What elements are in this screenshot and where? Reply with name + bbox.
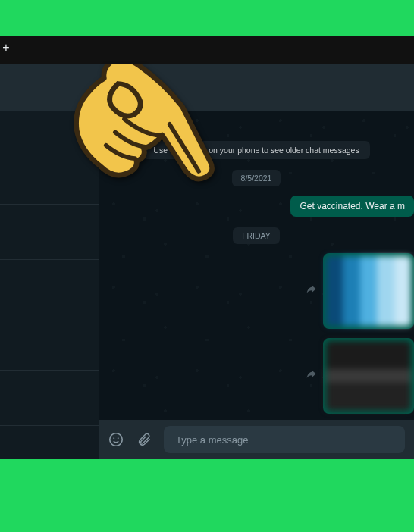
message-input[interactable] xyxy=(174,433,394,446)
new-tab-button[interactable]: + xyxy=(0,41,12,55)
media-thumbnail xyxy=(326,341,411,411)
chat-body: Use WhatsApp on your phone to see older … xyxy=(99,111,414,420)
sidebar xyxy=(0,64,99,459)
svg-point-2 xyxy=(118,437,119,439)
chat-header xyxy=(99,64,414,111)
forward-icon[interactable] xyxy=(305,283,317,299)
chat-list-item[interactable] xyxy=(0,149,99,205)
forward-icon[interactable] xyxy=(305,368,317,383)
date-chip: FRIDAY xyxy=(233,227,280,244)
date-chip: 8/5/2021 xyxy=(232,170,281,186)
attach-icon[interactable] xyxy=(136,432,152,447)
emoji-icon[interactable] xyxy=(108,431,124,448)
chat-bubble-out[interactable]: Get vaccinated. Wear a m xyxy=(290,196,414,217)
media-bubble-out[interactable] xyxy=(323,338,414,414)
chat-list xyxy=(0,149,99,459)
svg-point-0 xyxy=(110,433,123,446)
chat-panel: Use WhatsApp on your phone to see older … xyxy=(99,64,414,459)
chat-list-item[interactable] xyxy=(0,371,99,426)
sidebar-search[interactable] xyxy=(0,111,99,149)
chat-list-item[interactable] xyxy=(0,260,99,315)
sidebar-header xyxy=(0,64,99,111)
svg-point-1 xyxy=(113,437,114,439)
composer xyxy=(99,420,414,459)
chat-list-item[interactable] xyxy=(0,315,99,371)
system-notice: Use WhatsApp on your phone to see older … xyxy=(143,141,370,159)
app-window: + Use WhatsApp on your phone to see olde… xyxy=(0,36,414,459)
media-thumbnail xyxy=(326,256,411,326)
window-tab-strip: + xyxy=(0,36,414,64)
media-bubble-out[interactable] xyxy=(323,253,414,329)
chat-list-item[interactable] xyxy=(0,205,99,260)
message-input-wrap[interactable] xyxy=(164,426,405,453)
whatsapp-app: Use WhatsApp on your phone to see older … xyxy=(0,64,414,459)
